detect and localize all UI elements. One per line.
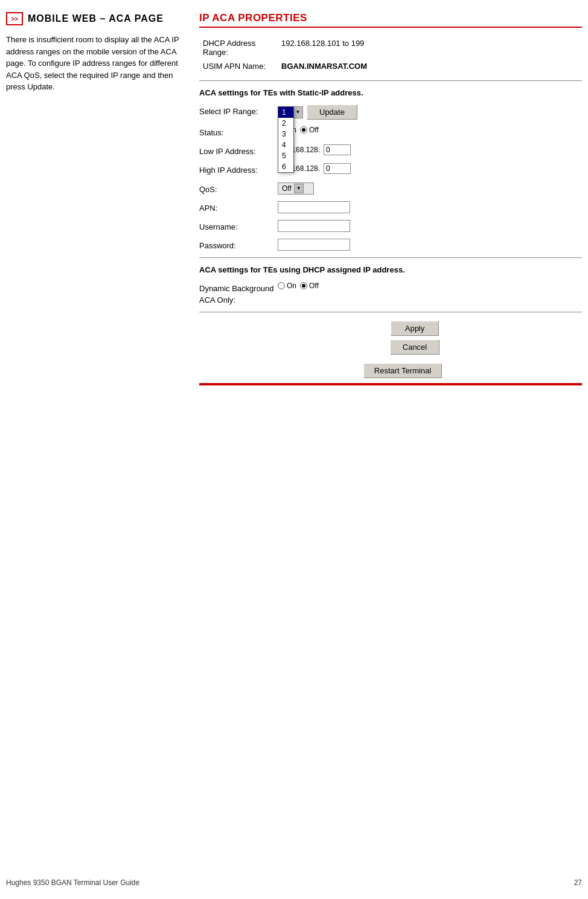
low-ip-label: Low IP Address: — [199, 144, 278, 157]
password-row: Password: — [199, 239, 582, 251]
usim-row: USIM APN Name: BGAN.INMARSAT.COM — [199, 59, 582, 73]
low-ip-row: Low IP Address: 192.168.128. — [199, 144, 582, 157]
right-panel: IP ACA PROPERTIES DHCP Address Range: 19… — [193, 12, 582, 385]
dynamic-off-option[interactable]: Off — [300, 282, 319, 290]
dhcp-label: DHCP Address Range: — [199, 36, 278, 59]
dropdown-item-6[interactable]: 6 — [278, 161, 293, 172]
dhcp-section-title: ACA settings for TEs using DHCP assigned… — [199, 265, 582, 274]
high-ip-label: High IP Address: — [199, 163, 278, 176]
dropdown-item-5[interactable]: 5 — [278, 150, 293, 161]
apply-cancel-section: Apply Cancel — [248, 321, 582, 355]
usim-value: BGAN.INMARSAT.COM — [278, 59, 582, 73]
footer-left: Hughes 9350 BGAN Terminal User Guide — [6, 878, 139, 887]
qos-control: Off ▼ — [278, 182, 314, 195]
status-off-option[interactable]: Off — [300, 126, 319, 134]
dynamic-bg-control: On Off — [278, 282, 319, 290]
status-row: Status: On Off — [199, 126, 582, 138]
password-label: Password: — [199, 239, 278, 251]
dropdown-item-1[interactable]: 1 — [278, 107, 293, 118]
dynamic-off-label: Off — [309, 282, 319, 290]
dropdown-item-4[interactable]: 4 — [278, 140, 293, 150]
status-off-radio[interactable] — [300, 126, 307, 134]
qos-select[interactable]: Off ▼ — [278, 182, 314, 195]
apn-field[interactable] — [278, 201, 350, 213]
dhcp-value: 192.168.128.101 to 199 — [278, 36, 582, 59]
apply-button[interactable]: Apply — [391, 321, 439, 336]
username-label: Username: — [199, 220, 278, 233]
dynamic-on-option[interactable]: On — [278, 282, 296, 290]
bottom-red-bar — [199, 383, 582, 385]
divider-3 — [199, 312, 582, 312]
static-ip-section-title: ACA settings for TEs with Static-IP addr… — [199, 88, 582, 97]
apn-label: APN: — [199, 201, 278, 214]
restart-section: Restart Terminal — [223, 363, 582, 378]
status-off-label: Off — [309, 126, 319, 134]
title-icon: >> — [6, 12, 23, 25]
info-table: DHCP Address Range: 192.168.128.101 to 1… — [199, 36, 582, 73]
usim-label: USIM APN Name: — [199, 59, 278, 73]
dynamic-off-radio[interactable] — [300, 282, 307, 289]
qos-arrow-icon[interactable]: ▼ — [294, 184, 304, 193]
divider-1 — [199, 80, 582, 81]
left-panel: >> Mobile Web – ACA Page There is insuff… — [6, 12, 181, 385]
page-title-bar: >> Mobile Web – ACA Page — [6, 12, 181, 25]
dropdown-item-3[interactable]: 3 — [278, 129, 293, 140]
ip-range-arrow-icon[interactable]: ▼ — [293, 107, 302, 118]
apn-control — [278, 201, 350, 213]
qos-value: Off — [280, 184, 294, 193]
dynamic-bg-row: Dynamic Background ACA Only: On Off — [199, 282, 582, 305]
footer-right: 27 — [574, 878, 582, 887]
section-header: IP ACA PROPERTIES — [199, 12, 582, 28]
select-ip-label: Select IP Range: — [199, 105, 278, 117]
password-control — [278, 239, 350, 251]
page-description: There is insufficient room to display al… — [6, 34, 181, 93]
restart-button[interactable]: Restart Terminal — [363, 363, 442, 378]
low-ip-field[interactable] — [324, 144, 351, 155]
cancel-button[interactable]: Cancel — [390, 340, 439, 355]
qos-label: QoS: — [199, 182, 278, 195]
status-label: Status: — [199, 126, 278, 138]
dynamic-bg-label: Dynamic Background ACA Only: — [199, 282, 278, 305]
apn-row: APN: — [199, 201, 582, 214]
select-ip-control: - ▼ 1 2 3 4 5 6 Update — [278, 105, 357, 120]
divider-2 — [199, 257, 582, 258]
page-footer: Hughes 9350 BGAN Terminal User Guide 27 — [6, 878, 582, 887]
update-button[interactable]: Update — [307, 105, 357, 120]
high-ip-field[interactable] — [324, 163, 351, 174]
page-title: Mobile Web – ACA Page — [28, 13, 164, 24]
dhcp-row: DHCP Address Range: 192.168.128.101 to 1… — [199, 36, 582, 59]
dynamic-on-label: On — [287, 282, 296, 290]
username-control — [278, 220, 350, 232]
username-field[interactable] — [278, 220, 350, 232]
dynamic-on-radio[interactable] — [278, 282, 285, 289]
high-ip-row: High IP Address: 192.168.128. — [199, 163, 582, 176]
ip-range-dropdown-area[interactable]: - ▼ 1 2 3 4 5 6 — [278, 106, 303, 118]
password-field[interactable] — [278, 239, 350, 251]
dropdown-item-2[interactable]: 2 — [278, 118, 293, 129]
select-ip-range-row: Select IP Range: - ▼ 1 2 3 4 5 6 — [199, 105, 582, 120]
ip-range-dropdown-popup[interactable]: 1 2 3 4 5 6 — [278, 106, 294, 173]
username-row: Username: — [199, 220, 582, 233]
qos-row: QoS: Off ▼ — [199, 182, 582, 195]
